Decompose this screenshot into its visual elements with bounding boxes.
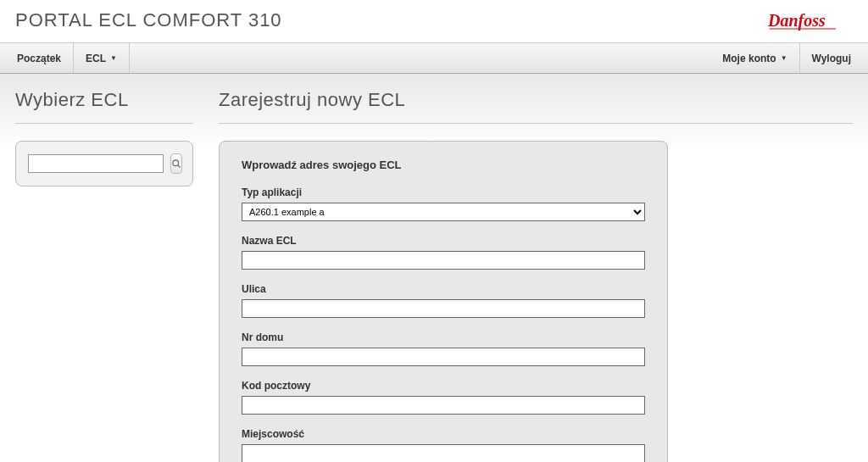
nav-bar: Początek ECL ▼ Moje konto ▼ Wyloguj — [0, 43, 868, 74]
field-city: Miejscowość — [242, 428, 645, 462]
nav-left: Początek ECL ▼ — [5, 43, 130, 73]
input-ecl-name[interactable] — [242, 251, 645, 270]
field-street: Ulica — [242, 283, 645, 318]
input-street[interactable] — [242, 299, 645, 318]
field-ecl-name: Nazwa ECL — [242, 235, 645, 270]
label-app-type: Typ aplikacji — [242, 186, 645, 198]
nav-logout[interactable]: Wyloguj — [799, 43, 863, 73]
register-form: Wprowadź adres swojego ECL Typ aplikacji… — [219, 141, 668, 462]
search-icon — [171, 159, 181, 169]
main-heading: Zarejestruj nowy ECL — [219, 89, 853, 111]
nav-logout-label: Wyloguj — [812, 53, 851, 64]
content: Wybierz ECL Zarejestruj nowy ECL Wprowad… — [0, 74, 868, 462]
svg-point-2 — [173, 160, 179, 166]
sidebar: Wybierz ECL — [15, 89, 193, 462]
nav-right: Moje konto ▼ Wyloguj — [710, 43, 863, 73]
nav-ecl-label: ECL — [86, 53, 106, 64]
danfoss-logo: Danfoss — [768, 8, 853, 32]
chevron-down-icon: ▼ — [110, 54, 117, 62]
field-app-type: Typ aplikacji A260.1 example a — [242, 186, 645, 221]
label-street: Ulica — [242, 283, 645, 295]
field-postal: Kod pocztowy — [242, 380, 645, 415]
field-house-no: Nr domu — [242, 331, 645, 366]
nav-home[interactable]: Początek — [5, 43, 74, 73]
nav-account[interactable]: Moje konto ▼ — [710, 43, 798, 73]
search-card — [15, 141, 193, 186]
nav-account-label: Moje konto — [722, 53, 776, 64]
main: Zarejestruj nowy ECL Wprowadź adres swoj… — [219, 89, 853, 462]
search-button[interactable] — [170, 153, 182, 174]
sidebar-heading: Wybierz ECL — [15, 89, 193, 111]
input-city[interactable] — [242, 444, 645, 462]
site-title: PORTAL ECL COMFORT 310 — [15, 9, 282, 31]
label-city: Miejscowość — [242, 428, 645, 440]
divider — [15, 123, 193, 124]
input-postal[interactable] — [242, 396, 645, 415]
nav-home-label: Początek — [17, 53, 61, 64]
nav-ecl[interactable]: ECL ▼ — [74, 43, 130, 73]
search-input[interactable] — [28, 154, 164, 173]
select-app-type[interactable]: A260.1 example a — [242, 203, 645, 221]
input-house-no[interactable] — [242, 348, 645, 366]
label-house-no: Nr domu — [242, 331, 645, 343]
svg-line-3 — [178, 165, 181, 168]
label-ecl-name: Nazwa ECL — [242, 235, 645, 247]
chevron-down-icon: ▼ — [781, 54, 787, 62]
label-postal: Kod pocztowy — [242, 380, 645, 392]
svg-text:Danfoss: Danfoss — [768, 11, 826, 31]
form-title: Wprowadź adres swojego ECL — [242, 159, 645, 171]
divider — [219, 123, 853, 124]
header: PORTAL ECL COMFORT 310 Danfoss — [0, 0, 868, 43]
